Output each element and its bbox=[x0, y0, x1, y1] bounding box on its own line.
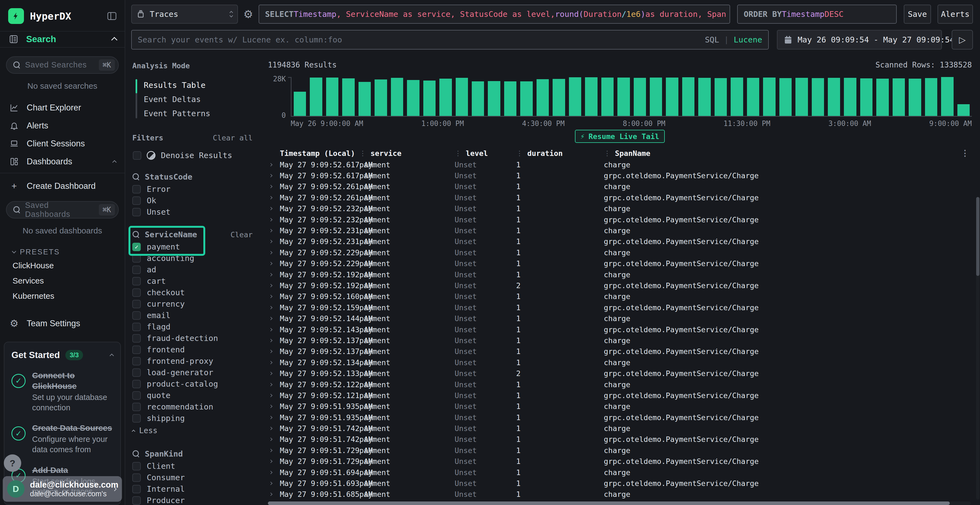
histogram-bar[interactable] bbox=[763, 78, 775, 116]
table-row[interactable]: May 27 9:09:51.742 AMpaymentUnset1charge bbox=[268, 423, 972, 434]
histogram-bar[interactable] bbox=[682, 77, 694, 116]
histogram-bar[interactable] bbox=[326, 78, 338, 116]
filter-option[interactable]: Error bbox=[132, 183, 253, 195]
histogram-bar[interactable] bbox=[617, 78, 630, 116]
histogram-bar[interactable] bbox=[472, 81, 484, 116]
table-row[interactable]: May 27 9:09:51.729 AMpaymentUnset1grpc.o… bbox=[268, 456, 972, 467]
row-expand-icon[interactable] bbox=[268, 372, 280, 375]
histogram-bar[interactable] bbox=[941, 77, 953, 116]
row-expand-icon[interactable] bbox=[268, 427, 280, 430]
histogram-bar[interactable] bbox=[601, 78, 614, 116]
table-row[interactable]: May 27 9:09:52.192 AMpaymentUnset1charge bbox=[268, 269, 972, 280]
checkbox[interactable] bbox=[132, 197, 141, 205]
histogram-bar[interactable] bbox=[553, 79, 565, 116]
checkbox[interactable]: ✓ bbox=[132, 243, 141, 251]
table-row[interactable]: May 27 9:09:52.137 AMpaymentUnset1grpc.o… bbox=[268, 346, 972, 357]
checkbox[interactable] bbox=[132, 346, 141, 354]
row-expand-icon[interactable] bbox=[268, 185, 280, 188]
chevron-up-icon[interactable] bbox=[113, 160, 117, 165]
histogram-bar[interactable] bbox=[747, 78, 759, 116]
get-started-step[interactable]: ✓Connect to ClickHouseSet up your databa… bbox=[11, 370, 113, 413]
histogram-bar[interactable] bbox=[860, 78, 872, 116]
column-spanname[interactable]: ⋮SpanName bbox=[604, 149, 953, 157]
row-expand-icon[interactable] bbox=[268, 482, 280, 484]
sidebar-preset-kubernetes[interactable]: Kubernetes bbox=[6, 288, 119, 304]
row-expand-icon[interactable] bbox=[268, 394, 280, 397]
chevron-up-icon[interactable] bbox=[111, 37, 118, 43]
analysis-mode-event-patterns[interactable]: Event Patterns bbox=[144, 106, 261, 121]
histogram-bar[interactable] bbox=[520, 81, 533, 116]
run-query-button[interactable]: ▷ bbox=[952, 30, 973, 49]
alerts-button[interactable]: Alerts bbox=[937, 5, 973, 24]
vertical-scrollbar[interactable] bbox=[976, 197, 980, 500]
lucene-mode-option[interactable]: Lucene bbox=[733, 35, 762, 44]
column-separator[interactable]: ⋮ bbox=[516, 149, 523, 157]
checkbox[interactable] bbox=[132, 288, 141, 297]
get-started-step[interactable]: ✓Create Data SourcesConfigure where your… bbox=[11, 422, 113, 455]
histogram-bar[interactable] bbox=[342, 78, 355, 116]
column-level[interactable]: ⋮level bbox=[455, 149, 516, 157]
histogram-bar[interactable] bbox=[488, 81, 500, 116]
table-row[interactable]: May 27 9:09:52.229 AMpaymentUnset1charge bbox=[268, 247, 972, 258]
resume-live-tail-button[interactable]: ⚡ Resume Live Tail bbox=[575, 130, 665, 143]
column-separator[interactable]: ⋮ bbox=[360, 149, 366, 157]
histogram-bar[interactable] bbox=[585, 77, 597, 116]
row-expand-icon[interactable] bbox=[268, 449, 280, 452]
checkbox[interactable] bbox=[132, 368, 141, 377]
query-language-toggle[interactable]: SQL | Lucene bbox=[705, 35, 762, 44]
clear-all-filters-link[interactable]: Clear all bbox=[213, 133, 253, 142]
checkbox[interactable] bbox=[132, 185, 141, 194]
date-range-picker[interactable]: May 26 09:09:54 - May 27 09:09:54 bbox=[777, 30, 942, 49]
row-expand-icon[interactable] bbox=[268, 350, 280, 353]
sidebar-item-search[interactable]: Search bbox=[0, 32, 125, 48]
table-row[interactable]: May 27 9:09:52.144 AMpaymentUnset1charge bbox=[268, 313, 972, 324]
column-separator[interactable]: ⋮ bbox=[604, 149, 611, 157]
histogram-bar[interactable] bbox=[714, 78, 727, 116]
filter-option[interactable]: product-catalog bbox=[132, 378, 253, 390]
row-expand-icon[interactable] bbox=[268, 383, 280, 386]
create-dashboard-button[interactable]: + Create Dashboard bbox=[6, 177, 119, 195]
row-expand-icon[interactable] bbox=[268, 262, 280, 265]
table-row[interactable]: May 27 9:09:52.617 AMpaymentUnset1grpc.o… bbox=[268, 170, 972, 181]
row-expand-icon[interactable] bbox=[268, 229, 280, 232]
histogram-bar[interactable] bbox=[650, 78, 662, 116]
row-expand-icon[interactable] bbox=[268, 219, 280, 221]
save-button[interactable]: Save bbox=[904, 5, 931, 24]
sidebar-item-alerts[interactable]: Alerts bbox=[6, 117, 119, 135]
saved-searches-input[interactable]: Saved Searches ⌘K bbox=[6, 56, 119, 74]
histogram-bar[interactable] bbox=[876, 79, 889, 116]
filter-option[interactable]: Producer bbox=[132, 495, 253, 505]
filter-clear-link[interactable]: Clear bbox=[231, 230, 253, 239]
histogram-bar[interactable] bbox=[844, 78, 856, 116]
checkbox[interactable] bbox=[132, 265, 141, 274]
presets-toggle[interactable]: PRESETS bbox=[6, 243, 119, 258]
user-menu[interactable]: D dale@clickhouse.com dale@clickhouse.co… bbox=[3, 476, 122, 502]
table-row[interactable]: May 27 9:09:52.231 AMpaymentUnset1charge bbox=[268, 225, 972, 236]
row-expand-icon[interactable] bbox=[268, 240, 280, 243]
table-row[interactable]: May 27 9:09:52.121 AMpaymentUnset1grpc.o… bbox=[268, 390, 972, 401]
checkbox[interactable] bbox=[132, 403, 141, 411]
column-separator[interactable]: ⋮ bbox=[455, 149, 461, 157]
filter-option[interactable]: fraud-detection bbox=[132, 332, 253, 344]
filter-option[interactable]: Client bbox=[132, 461, 253, 472]
table-row[interactable]: May 27 9:09:52.232 AMpaymentUnset1charge bbox=[268, 203, 972, 214]
source-settings-gear-icon[interactable]: ⚙ bbox=[243, 9, 253, 20]
table-row[interactable]: May 27 9:09:52.231 AMpaymentUnset1grpc.o… bbox=[268, 236, 972, 247]
sidebar-preset-services[interactable]: Services bbox=[6, 273, 119, 288]
filter-option[interactable]: recommendation bbox=[132, 401, 253, 413]
checkbox[interactable] bbox=[132, 208, 141, 216]
table-row[interactable]: May 27 9:09:51.935 AMpaymentUnset1grpc.o… bbox=[268, 412, 972, 423]
checkbox[interactable] bbox=[132, 496, 141, 505]
filter-option[interactable]: load-generator bbox=[132, 367, 253, 378]
row-expand-icon[interactable] bbox=[268, 317, 280, 320]
histogram-bar[interactable] bbox=[892, 78, 905, 116]
row-expand-icon[interactable] bbox=[268, 339, 280, 342]
row-expand-icon[interactable] bbox=[268, 416, 280, 419]
sidebar-item-client-sessions[interactable]: Client Sessions bbox=[6, 135, 119, 152]
table-row[interactable]: May 27 9:09:52.143 AMpaymentUnset1grpc.o… bbox=[268, 324, 972, 335]
sidebar-collapse-icon[interactable] bbox=[107, 12, 116, 20]
row-expand-icon[interactable] bbox=[268, 197, 280, 199]
table-row[interactable]: May 27 9:09:52.159 AMpaymentUnset1grpc.o… bbox=[268, 302, 972, 313]
histogram-bar[interactable] bbox=[375, 79, 387, 116]
filter-option[interactable]: Unset bbox=[132, 206, 253, 218]
